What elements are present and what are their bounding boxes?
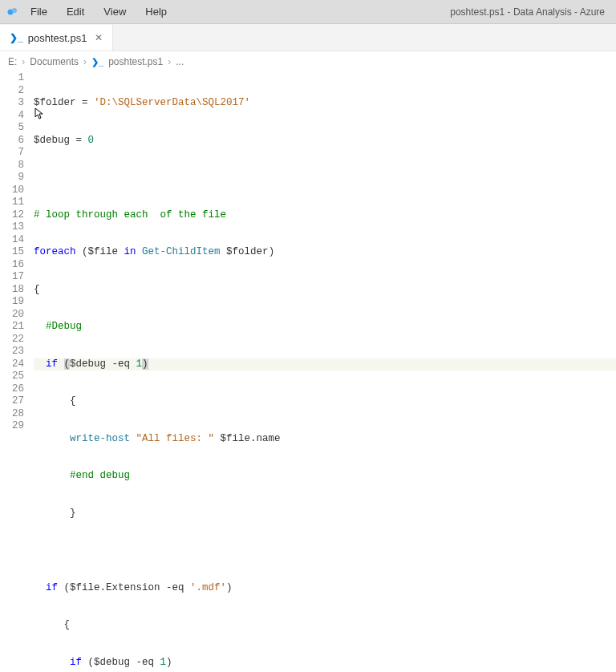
breadcrumb-drive[interactable]: E: [8,56,17,67]
close-icon[interactable]: ✕ [95,32,103,43]
powershell-icon: ❯_ [10,32,23,43]
tab-poshtest[interactable]: ❯_ poshtest.ps1 ✕ [0,24,113,51]
app-icon [6,6,19,18]
editor-tabbar: ❯_ poshtest.ps1 ✕ [0,24,616,51]
breadcrumb-file[interactable]: poshtest.ps1 [108,56,163,67]
breadcrumb[interactable]: E: › Documents › ❯_ poshtest.ps1 › ... [0,51,616,72]
line-number-gutter: 1234567891011121314151617181920212223242… [0,72,34,672]
menu-file[interactable]: File [22,2,55,21]
menubar: File Edit View Help [6,2,175,21]
breadcrumb-folder[interactable]: Documents [30,56,79,67]
chevron-right-icon: › [168,56,171,67]
code-content[interactable]: $folder = 'D:\SQLServerData\SQL2017' $de… [34,72,616,672]
chevron-right-icon: › [83,56,87,67]
menu-edit[interactable]: Edit [59,2,92,21]
chevron-right-icon: › [22,56,25,67]
svg-point-1 [12,8,17,13]
window-title: poshtest.ps1 - Data Analysis - Azure [450,6,610,18]
tab-label: poshtest.ps1 [28,32,87,44]
breadcrumb-more[interactable]: ... [176,56,184,67]
menu-help[interactable]: Help [137,2,175,21]
powershell-icon: ❯_ [91,57,103,67]
code-editor[interactable]: 1234567891011121314151617181920212223242… [0,72,616,672]
titlebar: File Edit View Help poshtest.ps1 - Data … [0,0,616,24]
menu-view[interactable]: View [95,2,134,21]
